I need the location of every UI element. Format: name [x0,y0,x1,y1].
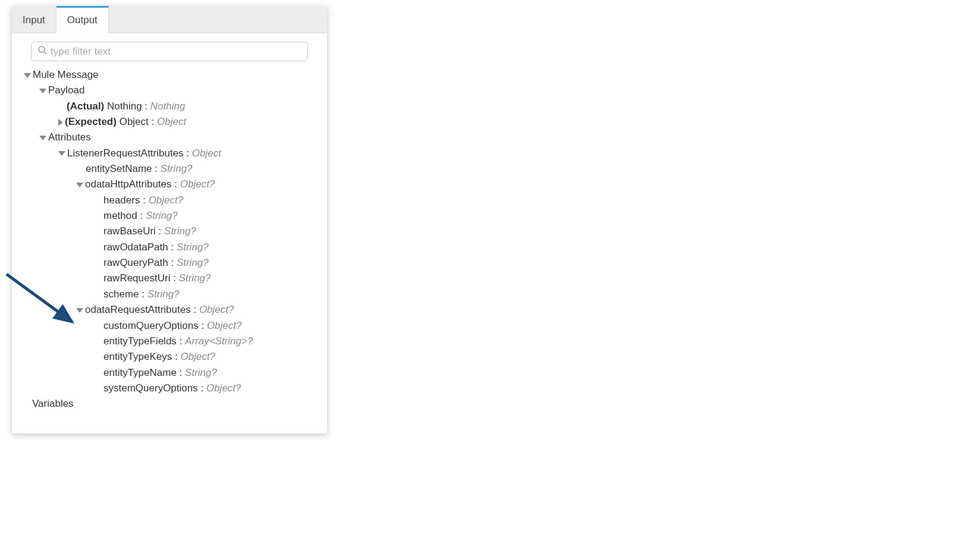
type: Object [192,148,221,159]
name: method [103,210,137,221]
tree-node-raw-request-uri[interactable]: rawRequestUri : String? [24,271,315,286]
name: entityTypeFields [103,335,177,347]
sep: : [171,257,174,268]
type: Array<String>? [185,335,253,347]
sep: : [180,367,183,378]
type: Object? [207,320,242,331]
tree-node-system-query-options[interactable]: systemQueryOptions : Object? [24,381,315,396]
sep: : [174,178,177,190]
name: ListenerRequestAttributes [67,148,184,159]
tab-bar: Input Output [12,6,327,33]
name: rawBaseUri [103,225,156,237]
name: customQueryOptions [103,320,199,331]
tree-node-scheme[interactable]: scheme : String? [24,287,315,302]
sep: : [200,382,203,394]
svg-line-1 [44,52,46,54]
sep: : [145,101,147,112]
tree-node-mule-message[interactable]: Mule Message [24,67,315,83]
name: headers [103,194,140,206]
svg-point-0 [39,46,45,52]
search-input[interactable] [51,46,301,58]
output-panel: Input Output Mule Message [12,6,327,434]
tree-label: Mule Message [33,69,99,80]
name: scheme [103,288,139,300]
tree-node-entity-type-keys[interactable]: entityTypeKeys : Object? [24,349,315,365]
tree-node-entity-type-name[interactable]: entityTypeName : String? [24,365,315,381]
sep: : [159,225,162,237]
type: String? [164,225,196,237]
name: entityTypeName [103,367,177,378]
type: String? [185,367,217,378]
search-icon [37,45,47,58]
name: Nothing [107,101,142,112]
tree-label: Variables [32,398,74,409]
type: String? [146,210,178,221]
tree-node-payload-expected[interactable]: (Expected) Object : Object [24,114,315,130]
name: entityTypeKeys [103,351,172,362]
sep: : [201,320,204,331]
name: odataRequestAttributes [85,304,191,315]
tree-node-payload[interactable]: Payload [24,83,315,98]
chevron-down-icon [76,308,83,313]
type: String? [147,288,180,300]
type: String? [179,272,211,284]
chevron-down-icon [39,136,46,140]
chevron-down-icon [24,73,31,78]
sep: : [143,194,146,206]
chevron-down-icon [76,183,83,187]
name: rawOdataPath [103,241,168,253]
sep: : [180,335,183,347]
sep: : [140,210,143,221]
tree-node-headers[interactable]: headers : Object? [24,193,315,208]
tree-node-listener-request-attributes[interactable]: ListenerRequestAttributes : Object [24,146,315,161]
tree-label: Attributes [48,131,91,143]
sep: : [142,288,145,300]
tree-node-custom-query-options[interactable]: customQueryOptions : Object? [24,318,315,334]
type: Nothing [150,101,186,112]
tree-node-raw-base-uri[interactable]: rawBaseUri : String? [24,224,315,239]
name: rawRequestUri [103,272,170,284]
type: Object? [149,194,184,206]
prefix: (Actual) [67,101,104,112]
tree-node-method[interactable]: method : String? [24,208,315,224]
chevron-down-icon [58,151,65,156]
sep: : [175,351,178,362]
type: String? [161,163,193,174]
tree-node-payload-actual[interactable]: (Actual) Nothing : Nothing [24,99,315,114]
panel-body: Mule Message Payload (Actual) Nothing : … [12,33,327,434]
type: Object? [180,351,215,362]
tree-label: Payload [48,84,84,96]
sep: : [193,304,196,315]
type: Object [157,116,186,127]
prefix: (Expected) [65,116,117,127]
chevron-right-icon [58,119,63,126]
type: String? [177,257,209,268]
tree-node-entity-type-fields[interactable]: entityTypeFields : Array<String>? [24,334,315,349]
chevron-down-icon [39,89,46,93]
tree-node-entity-set-name[interactable]: entitySetName : String? [24,161,315,177]
sep: : [173,272,176,284]
tab-output[interactable]: Output [56,6,109,33]
name: systemQueryOptions [103,382,198,394]
type: Object? [199,304,234,315]
tree-node-variables[interactable]: Variables [24,396,315,412]
tree-node-attributes[interactable]: Attributes [24,130,315,145]
tree-node-odata-request-attributes[interactable]: odataRequestAttributes : Object? [24,302,315,318]
sep: : [152,116,155,127]
sep: : [171,241,174,253]
sep: : [186,148,189,159]
tab-input[interactable]: Input [12,6,56,33]
tree-node-odata-http-attributes[interactable]: odataHttpAttributes : Object? [24,177,315,192]
name: odataHttpAttributes [85,178,172,190]
sep: : [155,163,158,174]
name: rawQueryPath [103,257,168,268]
type: Object? [180,178,215,190]
name: entitySetName [86,163,152,174]
tree-node-raw-odata-path[interactable]: rawOdataPath : String? [24,240,315,255]
name: Object [120,116,149,127]
search-field[interactable] [31,42,308,61]
tree-node-raw-query-path[interactable]: rawQueryPath : String? [24,255,315,271]
type: Object? [206,382,241,394]
tree-view: Mule Message Payload (Actual) Nothing : … [24,67,315,412]
type: String? [177,241,209,253]
